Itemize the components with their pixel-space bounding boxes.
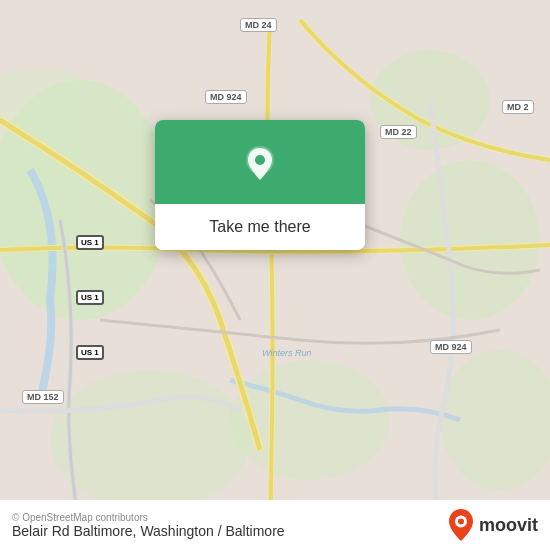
svg-rect-7 [0, 70, 80, 270]
svg-point-10 [255, 155, 265, 165]
map-container: MD 24 MD 924 MD 22 US 1 US 1 US 1 MD 152… [0, 0, 550, 550]
take-me-there-button[interactable]: Take me there [155, 204, 365, 250]
road-label-md924b: MD 924 [430, 340, 472, 354]
road-label-us1c: US 1 [76, 345, 104, 360]
road-label-us1b: US 1 [76, 290, 104, 305]
road-label-md924a: MD 924 [205, 90, 247, 104]
moovit-pin-icon [447, 508, 475, 542]
bottom-bar: © OpenStreetMap contributors Belair Rd B… [0, 500, 550, 550]
water-label: Winters Run [262, 348, 311, 358]
svg-point-2 [400, 160, 540, 320]
map-background [0, 0, 550, 550]
popup-green-area [155, 120, 365, 204]
road-label-md24: MD 24 [240, 18, 277, 32]
road-label-md152: MD 152 [22, 390, 64, 404]
svg-point-12 [458, 519, 464, 525]
moovit-text: moovit [479, 515, 538, 536]
popup-card: Take me there [155, 120, 365, 250]
moovit-logo[interactable]: moovit [447, 508, 538, 542]
attribution-text: © OpenStreetMap contributors [12, 512, 285, 523]
road-label-md22: MD 22 [380, 125, 417, 139]
svg-point-6 [50, 370, 250, 510]
road-label-md2: MD 2 [502, 100, 534, 114]
location-pin-icon [238, 142, 282, 186]
road-label-us1a: US 1 [76, 235, 104, 250]
location-label: Belair Rd Baltimore, Washington / Baltim… [12, 523, 285, 539]
bottom-left: © OpenStreetMap contributors Belair Rd B… [12, 512, 285, 539]
